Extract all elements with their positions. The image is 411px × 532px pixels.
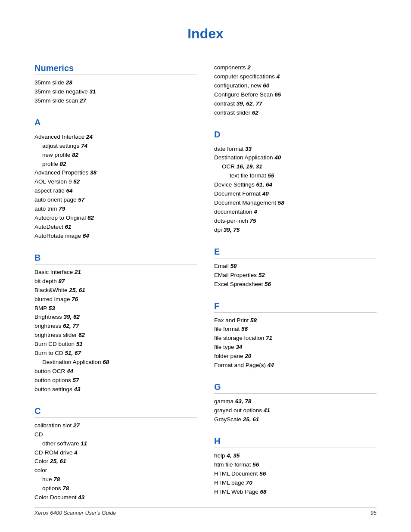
list-item: computer specifications 4 — [214, 72, 377, 81]
list-item: Email 58 — [214, 262, 377, 271]
section-heading: F — [214, 301, 377, 313]
list-item: 35mm slide scan 27 — [34, 96, 197, 106]
right-column: components 2computer specifications 4con… — [214, 63, 377, 502]
list-item: HTML Document 56 — [214, 470, 377, 479]
list-item: AOL Version 9 52 — [34, 177, 197, 187]
index-columns: Numerics35mm slide 2835mm slide negative… — [34, 63, 377, 502]
section-heading: A — [34, 118, 197, 129]
list-item: button options 57 — [34, 376, 197, 385]
page: Index Numerics35mm slide 2835mm slide ne… — [0, 0, 411, 528]
section-heading: B — [34, 253, 197, 264]
list-item: Configure Before Scan 65 — [214, 90, 377, 100]
list-item: text file format 55 — [214, 171, 377, 180]
list-item: help 4, 35 — [214, 451, 377, 460]
list-item: Device Settings 61, 64 — [214, 180, 377, 190]
list-item: date format 33 — [214, 145, 377, 154]
footer: Xerox 6400 Scanner User's Guide 95 — [34, 507, 377, 516]
list-item: htm file format 56 — [214, 460, 377, 470]
list-item: profile 82 — [34, 160, 197, 169]
section-heading: Numerics — [34, 63, 197, 75]
list-item: contrast slider 62 — [214, 109, 377, 118]
list-item: CD — [34, 430, 197, 439]
list-item: BMP 53 — [34, 304, 197, 313]
list-item: AutoDetect 61 — [34, 223, 197, 232]
list-item: dpi 39, 75 — [214, 226, 377, 235]
list-item: OCR 16, 19, 31 — [214, 162, 377, 171]
list-item: Advanced Interface 24 — [34, 133, 197, 142]
section-heading: C — [34, 406, 197, 418]
list-item: bit depth 87 — [34, 277, 197, 286]
section-heading: D — [214, 130, 377, 141]
list-item: Destination Application 40 — [214, 153, 377, 162]
list-item: EMail Properties 52 — [214, 271, 377, 280]
list-item: file storage location 71 — [214, 334, 377, 343]
list-item: brightness slider 62 — [34, 331, 197, 340]
list-item: new profile 82 — [34, 151, 197, 160]
list-item: Brightness 39, 62 — [34, 313, 197, 322]
list-item: Basic Interface 21 — [34, 268, 197, 277]
list-item: components 2 — [214, 63, 377, 72]
list-item: Advanced Properties 38 — [34, 168, 197, 177]
list-item: CD-ROM drive 4 — [34, 448, 197, 457]
list-item: options 78 — [34, 484, 197, 493]
list-item: file format 56 — [214, 325, 377, 334]
list-item: other software 11 — [34, 439, 197, 448]
left-column: Numerics35mm slide 2835mm slide negative… — [34, 63, 197, 502]
list-item: Format and Page(s) 44 — [214, 361, 377, 370]
list-item: HTML Web Page 68 — [214, 488, 377, 497]
list-item: adjust settings 74 — [34, 142, 197, 151]
list-item: Fax and Print 58 — [214, 316, 377, 325]
list-item: 35mm slide 28 — [34, 78, 197, 87]
list-item: folder pane 20 — [214, 352, 377, 361]
list-item: calibration slot 27 — [34, 421, 197, 430]
section-heading: G — [214, 382, 377, 394]
list-item: Black&White 25, 61 — [34, 286, 197, 295]
section-heading: E — [214, 247, 377, 258]
list-item: Burn to CD 51, 67 — [34, 349, 197, 358]
list-item: 35mm slide negative 31 — [34, 87, 197, 96]
list-item: file type 34 — [214, 343, 377, 352]
list-item: button OCR 44 — [34, 367, 197, 376]
list-item: dots-per-inch 75 — [214, 217, 377, 226]
list-item: gamma 63, 78 — [214, 397, 377, 406]
list-item: hue 78 — [34, 475, 197, 484]
list-item: button settings 43 — [34, 385, 197, 394]
list-item: auto orient page 57 — [34, 196, 197, 205]
list-item: Burn CD button 51 — [34, 340, 197, 349]
list-item: Document Management 58 — [214, 199, 377, 208]
list-item: brightness 62, 77 — [34, 322, 197, 331]
list-item: documentation 4 — [214, 208, 377, 217]
footer-left: Xerox 6400 Scanner User's Guide — [34, 510, 116, 516]
list-item: auto trim 79 — [34, 205, 197, 214]
list-item: Excel Spreadsheet 56 — [214, 280, 377, 289]
list-item: Color Document 43 — [34, 493, 197, 502]
footer-right: 95 — [371, 510, 377, 516]
list-item: blurred image 76 — [34, 295, 197, 304]
page-title: Index — [34, 26, 377, 42]
list-item: color — [34, 466, 197, 475]
list-item: HTML page 70 — [214, 479, 377, 488]
list-item: Document Format 40 — [214, 190, 377, 199]
list-item: grayed out options 41 — [214, 406, 377, 415]
list-item: aspect ratio 64 — [34, 187, 197, 196]
section-heading: H — [214, 436, 377, 448]
list-item: Color 25, 61 — [34, 457, 197, 466]
list-item: Autocrop to Original 62 — [34, 214, 197, 223]
list-item: GrayScale 25, 61 — [214, 415, 377, 424]
list-item: contrast 39, 62, 77 — [214, 100, 377, 109]
list-item: Destination Application 68 — [34, 358, 197, 367]
list-item: AutoRotate image 64 — [34, 232, 197, 241]
list-item: configuration, new 60 — [214, 81, 377, 90]
